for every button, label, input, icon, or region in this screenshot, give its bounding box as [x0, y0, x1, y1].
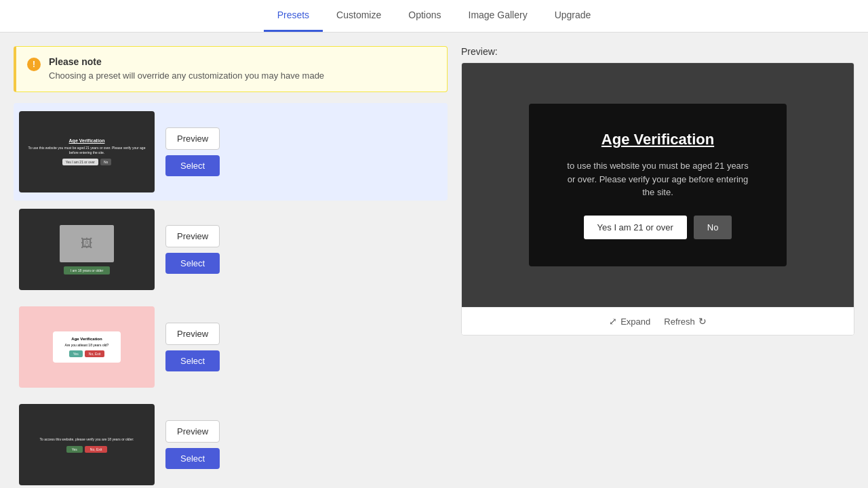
- preview-modal-buttons: Yes I am 21 or over No: [563, 216, 753, 239]
- thumb-1-title: Age Verification: [24, 138, 149, 143]
- select-button-2[interactable]: Select: [165, 253, 220, 274]
- preview-button-4[interactable]: Preview: [165, 420, 220, 443]
- preset-2-actions: Preview Select: [165, 225, 220, 274]
- thumb-3-no: No, Exit: [85, 350, 105, 357]
- thumb-1-content: Age Verification To use this website you…: [19, 133, 155, 171]
- tab-image-gallery[interactable]: Image Gallery: [455, 0, 541, 32]
- thumb-3-content: Age Verification Are you atleast 18 year…: [53, 331, 121, 363]
- preview-container: Age Verification to use this website you…: [461, 62, 854, 336]
- thumb-4-no: No, Exit: [85, 446, 108, 453]
- thumb-1-text: To use this website you must be aged 21 …: [24, 146, 149, 155]
- nav-tabs: Presets Customize Options Image Gallery …: [264, 0, 605, 32]
- top-navigation: Presets Customize Options Image Gallery …: [0, 0, 868, 33]
- main-layout: ! Please note Choosing a preset will ove…: [0, 33, 868, 488]
- select-button-4[interactable]: Select: [165, 448, 220, 469]
- tab-presets[interactable]: Presets: [264, 0, 323, 32]
- preset-item-3: Age Verification Are you atleast 18 year…: [14, 298, 448, 396]
- thumb-3-buttons: Yes No, Exit: [61, 350, 113, 357]
- thumb-1-no: No: [100, 159, 111, 165]
- preview-button-3[interactable]: Preview: [165, 323, 220, 345]
- refresh-label: Refresh: [664, 317, 695, 327]
- refresh-button[interactable]: Refresh ↻: [664, 316, 707, 327]
- tab-options[interactable]: Options: [395, 0, 454, 32]
- select-button-3[interactable]: Select: [165, 350, 220, 371]
- preset-thumbnail-1: Age Verification To use this website you…: [19, 111, 155, 192]
- preset-item-2: 🖼 I am 18 years or older Preview Select: [14, 201, 448, 298]
- preview-modal-title: Age Verification: [563, 131, 753, 148]
- preview-modal-text: to use this website you must be aged 21 …: [563, 159, 753, 199]
- tab-customize[interactable]: Customize: [323, 0, 395, 32]
- preview-viewport: Age Verification to use this website you…: [462, 63, 854, 307]
- right-panel: Preview: Age Verification to use this we…: [461, 46, 854, 488]
- preset-1-actions: Preview Select: [165, 127, 220, 176]
- preview-footer: ⤢ Expand Refresh ↻: [462, 307, 854, 335]
- preview-no-button[interactable]: No: [694, 216, 732, 239]
- thumb-3-title: Age Verification: [61, 337, 113, 341]
- thumb-3-yes: Yes: [69, 350, 83, 357]
- preview-modal: Age Verification to use this website you…: [529, 104, 787, 266]
- preview-label: Preview:: [461, 46, 854, 57]
- expand-label: Expand: [620, 317, 650, 327]
- thumb-4-yes: Yes: [66, 446, 83, 453]
- preset-thumbnail-4: To access this website, please verify yo…: [19, 404, 155, 485]
- thumb-3-text: Are you atleast 18 years old?: [61, 343, 113, 347]
- notice-title: Please note: [49, 56, 324, 67]
- thumb-4-text: To access this website, please verify yo…: [40, 437, 134, 442]
- preview-button-2[interactable]: Preview: [165, 225, 220, 247]
- preset-3-actions: Preview Select: [165, 323, 220, 371]
- preset-thumbnail-3: Age Verification Are you atleast 18 year…: [19, 306, 155, 388]
- notice-text: Choosing a preset will override any cust…: [49, 70, 324, 82]
- preset-item-1: Age Verification To use this website you…: [14, 103, 448, 201]
- refresh-icon: ↻: [698, 316, 707, 327]
- preview-button-1[interactable]: Preview: [165, 127, 220, 150]
- warning-icon: !: [27, 58, 41, 71]
- thumb-1-buttons: Yes I am 21 or over No: [24, 159, 149, 165]
- left-panel: ! Please note Choosing a preset will ove…: [14, 46, 448, 488]
- preset-list: Age Verification To use this website you…: [14, 103, 448, 488]
- preset-thumbnail-2: 🖼 I am 18 years or older: [19, 209, 155, 290]
- thumb-4-content: To access this website, please verify yo…: [35, 432, 140, 458]
- select-button-1[interactable]: Select: [165, 155, 220, 176]
- expand-icon: ⤢: [609, 316, 617, 327]
- tab-upgrade[interactable]: Upgrade: [541, 0, 605, 32]
- thumb-2-button: I am 18 years or older: [64, 266, 111, 274]
- preset-item-4: To access this website, please verify yo…: [14, 396, 448, 488]
- notice-banner: ! Please note Choosing a preset will ove…: [14, 46, 448, 92]
- preset-4-actions: Preview Select: [165, 420, 220, 469]
- notice-content: Please note Choosing a preset will overr…: [49, 56, 324, 82]
- thumb-4-buttons: Yes No, Exit: [40, 446, 134, 453]
- thumb-2-image: 🖼: [60, 225, 114, 262]
- expand-button[interactable]: ⤢ Expand: [609, 316, 650, 327]
- thumb-1-yes: Yes I am 21 or over: [62, 159, 98, 165]
- image-placeholder-icon: 🖼: [81, 237, 93, 251]
- preview-yes-button[interactable]: Yes I am 21 or over: [584, 216, 687, 239]
